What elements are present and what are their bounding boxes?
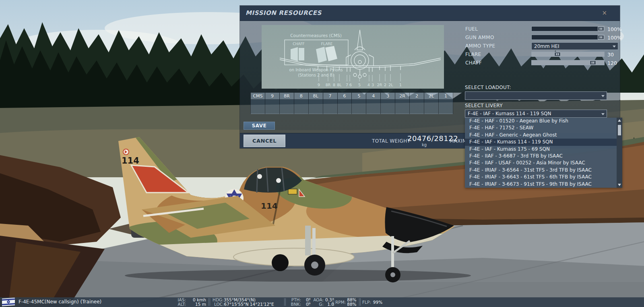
svg-text:1: 1 <box>399 83 402 87</box>
station-column-header: 6 <box>338 93 352 100</box>
save-button[interactable]: SAVE <box>244 122 275 130</box>
chaff-slider-handle[interactable] <box>590 60 596 65</box>
station-callout-labels: 9 8R 8 8L 7 6 5 4 3 2R 2 2L 1 <box>318 83 402 87</box>
station-cell-3[interactable] <box>381 100 395 114</box>
chevron-down-icon <box>601 113 605 115</box>
livery-option[interactable]: F-4E - IRIAF - 3-6564 - 31st TFS - 3rd T… <box>465 167 617 174</box>
station-column-header: 8L <box>309 93 323 100</box>
dialog-title: MISSION RESOURCES <box>246 9 322 17</box>
israel-flag-icon <box>2 298 15 306</box>
livery-option[interactable]: F-4E - IIAF - 3-6687 - 3rd TFB by ISAAC <box>465 153 617 160</box>
station-cell-8r[interactable] <box>280 100 294 114</box>
dropdown-scrollbar[interactable] <box>617 118 622 188</box>
station-cell-8l[interactable] <box>309 100 323 114</box>
station-cell-2r[interactable] <box>395 100 409 114</box>
chevron-down-icon <box>613 46 616 48</box>
livery-option[interactable]: F-4E - IIAF - USAF - 00252 - Asia Minor … <box>465 160 617 166</box>
dialog-header: MISSION RESOURCES × <box>240 6 620 21</box>
svg-text:2R: 2R <box>377 83 382 87</box>
tail-number: 114 <box>122 156 139 166</box>
livery-option[interactable]: F-4E - IRIAF - 3-6673 - 91st TFS - 9th T… <box>465 181 617 188</box>
station-cell-9[interactable] <box>265 100 279 114</box>
status-bar: F-4E-45MC(New callsign) (Trainee) IAS:0 … <box>0 297 644 307</box>
station-column-header: 5 <box>352 93 366 100</box>
station-column-header: 2R <box>395 93 409 100</box>
flare-slider[interactable] <box>531 52 605 57</box>
station-column-header: 8R <box>280 93 294 100</box>
rpm-group: RPM: 88% 88% <box>335 298 357 307</box>
chaff-value: 120 <box>607 60 617 66</box>
flare-slider-handle[interactable] <box>554 52 561 56</box>
station-cell-2[interactable] <box>410 100 424 114</box>
f4e-phantom-aircraft: 114 114 <box>105 132 475 287</box>
svg-text:5: 5 <box>358 83 361 87</box>
divider <box>208 298 210 306</box>
svg-text:2: 2 <box>384 83 386 87</box>
station-cell-1[interactable] <box>439 100 453 114</box>
fuel-value: 100% <box>607 26 622 32</box>
station-column-header: 8 <box>294 93 308 100</box>
station-column-header: 7 <box>323 93 337 100</box>
scroll-up-icon[interactable] <box>618 119 621 122</box>
cancel-button[interactable]: CANCEL <box>244 135 285 147</box>
divider <box>332 298 334 306</box>
livery-value: F-4E - IAF - Kurnass 114 - 119 SQN <box>468 111 551 116</box>
livery-option[interactable]: F-4E - HAF - 01520 - Aegean Blue by Fish <box>465 118 617 124</box>
svg-text:3: 3 <box>372 83 374 87</box>
pylons-note-2: (Stations 2 and 8) <box>298 73 334 77</box>
flaps-group: FLP:99% <box>362 300 382 305</box>
fuel-label: FUEL <box>465 26 478 32</box>
gun-ammo-label: GUN AMMO <box>465 35 494 40</box>
pylons-note-1: on Inboard Weapon Pylons <box>289 68 343 72</box>
stations-diagram-panel: Countermeasures (CMS) CHAFF FLARE on Inb… <box>262 25 444 89</box>
flare-label: FLARE <box>465 52 481 57</box>
fuel-slider[interactable] <box>531 26 605 31</box>
station-cell-2l[interactable] <box>424 100 438 114</box>
station-column-header: 2L <box>424 93 438 100</box>
svg-text:9: 9 <box>318 83 320 87</box>
total-weight-label: TOTAL WEIGHT <box>372 138 410 144</box>
station-cell-7[interactable] <box>323 100 337 114</box>
livery-option[interactable]: F-4E - HAF - 71752 - SEAW <box>465 124 617 131</box>
gun-ammo-value: 100% <box>607 35 622 41</box>
svg-text:8L: 8L <box>337 83 342 87</box>
livery-option[interactable]: F-4E - IAF - Kurnass 114 - 119 SQN <box>465 139 617 145</box>
ammo-type-value: 20mm HEI <box>534 44 559 49</box>
ammo-type-select[interactable]: 20mm HEI <box>531 42 618 50</box>
scroll-down-icon[interactable] <box>618 184 621 186</box>
svg-text:6: 6 <box>349 83 352 87</box>
pitch-bank-group: PTH:0° BNK:0° <box>287 298 311 307</box>
screen: 114 114 <box>0 0 644 307</box>
station-column-header: CMS <box>251 93 265 100</box>
station-cell-5[interactable] <box>352 100 366 114</box>
nose-number: 114 <box>261 201 278 211</box>
select-loadout-label: SELECT LOADOUT: <box>465 85 511 90</box>
svg-text:7: 7 <box>346 83 348 87</box>
svg-text:4: 4 <box>367 83 370 87</box>
station-column-header: 3 <box>381 93 395 100</box>
station-cell-6[interactable] <box>338 100 352 114</box>
heading-location-group: HDG:355°M/354°(N) LOC:67°15'55"N 14°21'1… <box>213 298 274 307</box>
gun-ammo-slider-handle[interactable] <box>598 35 604 39</box>
livery-option[interactable]: F-4E - IRIAF - 3-6643 - 61st TFS - 6th T… <box>465 174 617 180</box>
station-cell-cms[interactable] <box>251 100 265 114</box>
livery-select[interactable]: F-4E - IAF - Kurnass 114 - 119 SQN <box>465 110 607 118</box>
loadout-select[interactable] <box>465 91 607 100</box>
close-icon[interactable]: × <box>602 9 607 17</box>
ammo-type-label: AMMO TYPE <box>465 43 495 49</box>
stations-table: CMS 9 8R 8 8L 7 6 5 4 3 2R 2 2L 1 <box>250 93 453 114</box>
divider <box>284 298 286 306</box>
svg-text:8R: 8R <box>326 83 331 87</box>
fuel-slider-handle[interactable] <box>598 27 604 31</box>
speed-altitude-group: IAS:0 kmh ALT:15 m <box>172 298 206 307</box>
station-cell-8[interactable] <box>294 100 308 114</box>
chevron-down-icon <box>601 95 605 97</box>
station-column-header: 1 <box>439 93 453 100</box>
chaff-slider[interactable] <box>531 60 605 65</box>
scrollbar-thumb[interactable] <box>618 125 621 135</box>
livery-option[interactable]: F-4E - IAF - Kurnass 175 - 69 SQN <box>465 146 617 153</box>
livery-option[interactable]: F-4E - HAF - Generic - Aegean Ghost <box>465 132 617 139</box>
station-cell-4[interactable] <box>366 100 380 114</box>
gun-ammo-slider[interactable] <box>531 35 605 40</box>
aircraft-name: F-4E-45MC(New callsign) (Trainee) <box>19 299 101 305</box>
